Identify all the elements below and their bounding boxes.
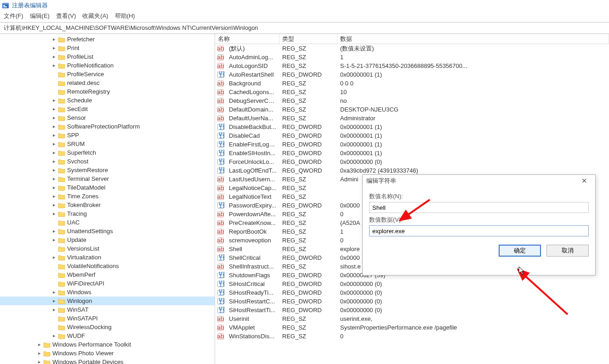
value-row[interactable]: DisableBackBut...REG_DWORD0x00000001 (1) — [215, 123, 609, 131]
tree-item[interactable]: TileDataModel — [0, 183, 215, 192]
value-row[interactable]: DefaultUserNa...REG_SZAdministrator — [215, 114, 609, 123]
expander-icon[interactable] — [51, 193, 57, 199]
expander-icon[interactable] — [37, 342, 42, 347]
expander-icon[interactable] — [51, 45, 57, 51]
expander-icon[interactable] — [51, 106, 57, 112]
tree-item[interactable]: Virtualization — [0, 253, 215, 262]
tree-item[interactable]: Svchost — [0, 157, 215, 166]
tree-item[interactable]: Tracing — [0, 209, 215, 218]
tree-item[interactable]: Print — [0, 44, 215, 52]
tree-item[interactable]: RemoteRegistry — [0, 87, 215, 96]
expander-icon[interactable] — [51, 176, 57, 182]
value-row[interactable]: VMAppletREG_SZSystemPropertiesPerformanc… — [215, 323, 609, 332]
value-row[interactable]: AutoLogonSIDREG_SZS-1-5-21-3776154350-20… — [215, 62, 609, 70]
expander-icon[interactable] — [51, 202, 57, 208]
expander-icon[interactable] — [37, 350, 42, 356]
tree-item[interactable]: ProfileService — [0, 70, 215, 78]
expander-icon[interactable] — [51, 237, 57, 243]
tree-item[interactable]: WiFiDirectAPI — [0, 279, 215, 288]
value-row[interactable]: EnableFirstLogo...REG_DWORD0x00000001 (1… — [215, 140, 609, 149]
tree-item[interactable]: Schedule — [0, 96, 215, 105]
expander-icon[interactable] — [51, 36, 57, 42]
tree-item[interactable]: Windows Portable Devices — [0, 358, 215, 364]
expander-icon[interactable] — [51, 54, 57, 60]
value-row[interactable]: CachedLogons...REG_SZ10 — [215, 88, 609, 96]
value-row[interactable]: DebugServerCo...REG_SZno — [215, 96, 609, 105]
menu-help[interactable]: 帮助(H) — [115, 12, 135, 20]
col-name[interactable]: 名称 — [215, 34, 279, 44]
tree-item[interactable]: related.desc — [0, 78, 215, 87]
expander-icon[interactable] — [51, 307, 57, 313]
tree-item[interactable]: Windows — [0, 288, 215, 297]
menu-favorites[interactable]: 收藏夹(A) — [82, 12, 108, 20]
value-row[interactable]: AutoRestartShellREG_DWORD0x00000001 (1) — [215, 70, 609, 79]
value-row[interactable]: WinStationsDis...REG_SZ0 — [215, 332, 609, 341]
expander-icon[interactable] — [51, 228, 57, 234]
expander-icon[interactable] — [51, 158, 57, 164]
menu-view[interactable]: 查看(V) — [56, 12, 76, 20]
tree-item[interactable]: SoftwareProtectionPlatform — [0, 122, 215, 131]
value-row[interactable]: SiHostRestartC...REG_DWORD0x00000000 (0) — [215, 297, 609, 306]
tree-item[interactable]: VolatileNotifications — [0, 262, 215, 270]
tree-item[interactable]: Superfetch — [0, 148, 215, 157]
tree-item[interactable]: UAC — [0, 218, 215, 227]
registry-tree[interactable]: PrefetcherPrintProfileListProfileNotific… — [0, 34, 215, 364]
expander-icon[interactable] — [51, 298, 57, 304]
tree-item[interactable]: Sensor — [0, 113, 215, 122]
expander-icon[interactable] — [51, 333, 57, 339]
tree-item[interactable]: SystemRestore — [0, 166, 215, 174]
tree-item[interactable]: SRUM — [0, 140, 215, 148]
tree-item[interactable]: WinSAT — [0, 305, 215, 314]
close-icon[interactable]: ✕ — [577, 177, 592, 185]
expander-icon[interactable] — [51, 167, 57, 173]
expander-icon[interactable] — [51, 115, 57, 121]
tree-item[interactable]: Terminal Server — [0, 174, 215, 183]
col-type[interactable]: 类型 — [279, 34, 337, 44]
expander-icon[interactable] — [51, 211, 57, 217]
tree-item[interactable]: Winlogon — [0, 297, 215, 305]
value-row[interactable]: AutoAdminLog...REG_SZ1 — [215, 53, 609, 62]
tree-item[interactable]: WbemPerf — [0, 270, 215, 279]
value-row[interactable]: UserinitREG_SZuserinit.exe, — [215, 314, 609, 323]
value-row[interactable]: DisableCadREG_DWORD0x00000001 (1) — [215, 131, 609, 140]
ok-button[interactable]: 确定 — [499, 245, 541, 257]
tree-item[interactable]: UnattendSettings — [0, 227, 215, 235]
value-data-field[interactable] — [369, 225, 589, 236]
tree-item[interactable]: Time Zones — [0, 192, 215, 201]
menu-file[interactable]: 文件(F) — [4, 12, 23, 20]
expander-icon[interactable] — [51, 141, 57, 147]
value-row[interactable]: EnableSIHostIn...REG_DWORD0x00000001 (1) — [215, 149, 609, 157]
value-row[interactable]: ForceUnlockLo...REG_DWORD0x00000000 (0) — [215, 157, 609, 166]
tree-item[interactable]: ProfileList — [0, 52, 215, 61]
tree-item[interactable]: WirelessDocking — [0, 323, 215, 331]
address-bar[interactable]: 计算机\HKEY_LOCAL_MACHINE\SOFTWARE\Microsof… — [0, 22, 609, 34]
col-data[interactable]: 数据 — [337, 34, 609, 44]
tree-item[interactable]: VersionsList — [0, 244, 215, 253]
value-row[interactable]: DefaultDomain...REG_SZDESKTOP-NJEU3CG — [215, 105, 609, 114]
value-row[interactable]: LastLogOffEndT...REG_QWORD0xa39cbd972 (4… — [215, 166, 609, 175]
expander-icon[interactable] — [51, 289, 57, 295]
dialog-titlebar[interactable]: 编辑字符串 ✕ — [363, 175, 595, 187]
tree-item[interactable]: Windows Performance Toolkit — [0, 340, 215, 349]
tree-item[interactable]: TokenBroker — [0, 201, 215, 209]
expander-icon[interactable] — [51, 185, 57, 190]
expander-icon[interactable] — [51, 150, 57, 156]
value-row[interactable]: SiHostCriticalREG_DWORD0x00000000 (0) — [215, 280, 609, 288]
tree-item[interactable]: SPP — [0, 131, 215, 140]
expander-icon[interactable] — [51, 123, 57, 129]
value-row[interactable]: BackgroundREG_SZ0 0 0 — [215, 79, 609, 88]
tree-item[interactable]: WUDF — [0, 331, 215, 340]
value-row[interactable]: SiHostReadyTi...REG_DWORD0x00000000 (0) — [215, 288, 609, 297]
expander-icon[interactable] — [37, 359, 42, 364]
cancel-button[interactable]: 取消 — [546, 245, 589, 257]
tree-item[interactable]: Update — [0, 235, 215, 244]
tree-item[interactable]: Prefetcher — [0, 35, 215, 44]
expander-icon[interactable] — [51, 254, 57, 260]
expander-icon[interactable] — [51, 97, 57, 103]
tree-item[interactable]: WinSATAPI — [0, 314, 215, 323]
tree-item[interactable]: SecEdit — [0, 105, 215, 113]
tree-item[interactable]: Windows Photo Viewer — [0, 349, 215, 358]
expander-icon[interactable] — [51, 132, 57, 138]
value-row[interactable]: (默认)REG_SZ(数值未设置) — [215, 44, 609, 53]
expander-icon[interactable] — [51, 62, 57, 68]
